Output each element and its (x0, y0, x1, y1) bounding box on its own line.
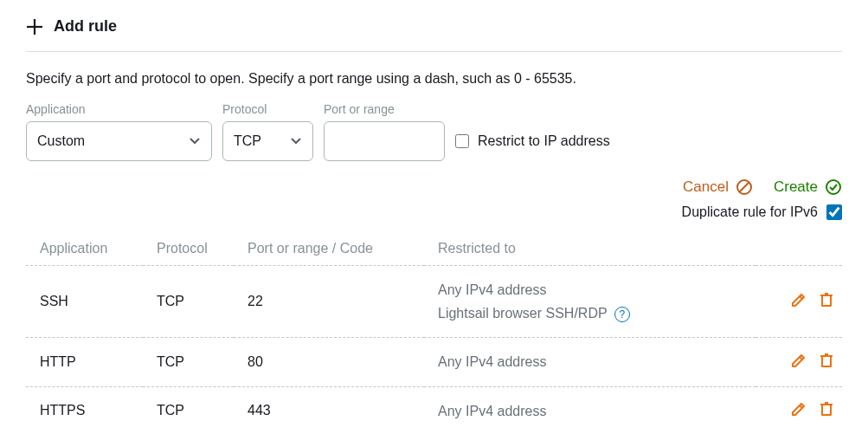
col-application: Application (26, 232, 143, 266)
cell-application: HTTP (26, 338, 143, 386)
cell-port: 22 (234, 266, 424, 338)
trash-icon (818, 400, 835, 418)
chevron-down-icon (290, 137, 302, 146)
cell-protocol: TCP (143, 386, 234, 434)
restricted-line: Lightsail browser SSH/RDP ? (438, 301, 749, 325)
add-rule-header[interactable]: Add rule (26, 17, 842, 52)
col-protocol: Protocol (143, 232, 234, 266)
cell-actions (755, 338, 842, 386)
chevron-down-icon (189, 137, 201, 146)
table-row: HTTPSTCP443Any IPv4 address (26, 386, 842, 434)
application-label: Application (26, 102, 212, 116)
cell-port: 443 (234, 386, 424, 434)
edit-icon (790, 352, 807, 369)
add-rule-title: Add rule (54, 17, 117, 36)
trash-icon (818, 352, 835, 369)
svg-line-5 (800, 296, 802, 299)
protocol-select[interactable]: TCP (222, 121, 313, 161)
cell-restricted: Any IPv4 address (424, 386, 755, 434)
description-text: Specify a port and protocol to open. Spe… (26, 71, 842, 87)
svg-line-3 (739, 183, 749, 192)
port-field: Port or range (324, 102, 445, 161)
check-circle-icon (825, 178, 842, 196)
restricted-line: Any IPv4 address (438, 350, 749, 373)
restricted-line: Any IPv4 address (438, 278, 749, 301)
cell-actions (755, 386, 842, 434)
protocol-value: TCP (234, 133, 261, 149)
restrict-checkbox[interactable] (455, 134, 469, 148)
plus-icon (26, 18, 43, 36)
col-port: Port or range / Code (234, 232, 424, 266)
edit-icon (790, 400, 807, 418)
table-row: HTTPTCP80Any IPv4 address (26, 338, 842, 386)
help-icon[interactable]: ? (614, 307, 630, 322)
port-label: Port or range (324, 102, 445, 116)
cell-restricted: Any IPv4 address (424, 338, 755, 386)
duplicate-label[interactable]: Duplicate rule for IPv6 (682, 204, 818, 220)
rule-form: Application Custom Protocol TCP Port or … (26, 102, 842, 161)
delete-button[interactable] (818, 291, 835, 308)
col-actions (755, 232, 842, 266)
edit-button[interactable] (790, 291, 807, 308)
cell-application: HTTPS (26, 386, 143, 434)
cancel-label: Cancel (683, 178, 729, 196)
create-label: Create (774, 178, 818, 196)
cell-application: SSH (26, 266, 143, 338)
rules-table: Application Protocol Port or range / Cod… (26, 232, 842, 434)
col-restricted: Restricted to (424, 232, 755, 266)
application-value: Custom (37, 133, 85, 149)
application-field: Application Custom (26, 102, 212, 161)
restrict-label[interactable]: Restrict to IP address (478, 133, 610, 149)
cell-protocol: TCP (143, 266, 234, 338)
edit-button[interactable] (790, 400, 807, 418)
edit-icon (790, 291, 807, 308)
cancel-button[interactable]: Cancel (683, 178, 753, 196)
port-input[interactable] (324, 121, 445, 161)
protocol-label: Protocol (222, 102, 313, 116)
edit-button[interactable] (790, 352, 807, 369)
protocol-field: Protocol TCP (222, 102, 313, 161)
application-select[interactable]: Custom (26, 121, 212, 161)
create-button[interactable]: Create (774, 178, 842, 196)
duplicate-row: Duplicate rule for IPv6 (26, 204, 842, 220)
cell-protocol: TCP (143, 338, 234, 386)
cell-actions (755, 266, 842, 338)
action-row: Cancel Create (26, 178, 842, 196)
duplicate-checkbox[interactable] (826, 204, 842, 220)
svg-line-7 (800, 357, 802, 360)
table-row: SSHTCP22Any IPv4 addressLightsail browse… (26, 266, 842, 338)
cell-restricted: Any IPv4 addressLightsail browser SSH/RD… (424, 266, 755, 338)
restrict-group: Restrict to IP address (455, 121, 610, 161)
cancel-icon (736, 178, 753, 196)
restricted-line: Any IPv4 address (438, 399, 749, 423)
svg-point-4 (826, 180, 840, 194)
table-header-row: Application Protocol Port or range / Cod… (26, 232, 842, 266)
delete-button[interactable] (818, 352, 835, 369)
delete-button[interactable] (818, 400, 835, 418)
trash-icon (818, 291, 835, 308)
cell-port: 80 (234, 338, 424, 386)
svg-line-9 (800, 405, 802, 408)
